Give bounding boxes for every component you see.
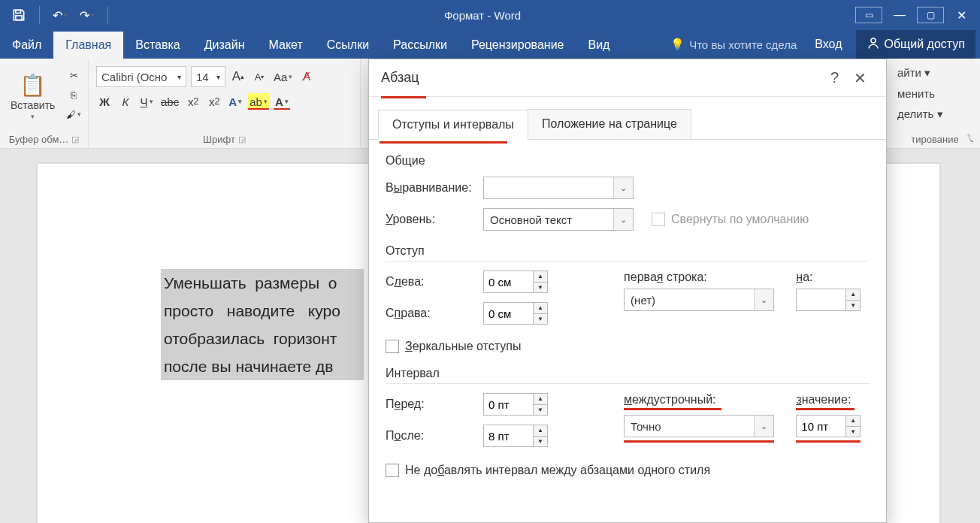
tab-file[interactable]: Файл xyxy=(0,32,53,59)
tab-review[interactable]: Рецензирование xyxy=(459,32,576,59)
before-label: Перед: xyxy=(386,398,483,411)
section-general: Общие Выравнивание: ⌄ Уровень: Основной … xyxy=(386,154,870,231)
paragraph-dialog: Абзац ? ✕ Отступы и интервалы Положение … xyxy=(368,59,887,523)
cut-icon[interactable]: ✂ xyxy=(65,68,82,83)
underline-button[interactable]: Ч xyxy=(138,93,155,110)
subscript-button[interactable]: x2 xyxy=(185,93,201,110)
line-spacing-label: междустрочный: xyxy=(624,393,778,407)
shrink-font-icon[interactable]: A▾ xyxy=(251,68,268,85)
bold-button[interactable]: Ж xyxy=(96,93,113,110)
ribbon-tabs: Файл Главная Вставка Дизайн Макет Ссылки… xyxy=(0,30,980,59)
save-icon[interactable] xyxy=(11,7,27,23)
dont-add-checkbox[interactable] xyxy=(386,464,399,477)
svg-rect-0 xyxy=(16,10,21,13)
group-clipboard: 📋 Вставить ▾ ✂ ⎘ 🖌 Буфер обм…◲ xyxy=(0,59,89,148)
collapse-label: Свернуты по умолчанию xyxy=(671,213,809,226)
first-line-combo[interactable]: (нет)⌄ xyxy=(624,289,774,311)
share-label: Общий доступ xyxy=(885,38,966,51)
dialog-titlebar: Абзац ? ✕ xyxy=(369,59,886,97)
indent-right-spin[interactable]: ▲▼ xyxy=(483,302,548,325)
dialog-tab-indents[interactable]: Отступы и интервалы xyxy=(378,110,528,140)
grow-font-icon[interactable]: A▴ xyxy=(230,68,247,85)
font-launcher-icon[interactable]: ◲ xyxy=(238,135,246,144)
section-spacing-title: Интервал xyxy=(386,367,870,384)
after-spin[interactable]: ▲▼ xyxy=(483,425,548,447)
indent-left-spin[interactable]: ▲▼ xyxy=(483,271,548,293)
before-spin[interactable]: ▲▼ xyxy=(483,393,548,416)
dialog-title: Абзац xyxy=(381,70,419,86)
section-general-title: Общие xyxy=(386,154,870,168)
sign-in[interactable]: Вход xyxy=(806,38,851,51)
first-line-label: первая строка: xyxy=(624,271,778,284)
mirror-label: Зеркальные отступы xyxy=(405,340,521,353)
dialog-tabs: Отступы и интервалы Положение на страниц… xyxy=(369,109,886,140)
section-indent-title: Отступ xyxy=(386,244,870,262)
by-label: на: xyxy=(796,271,870,284)
at-spin[interactable]: ▲▼ xyxy=(796,415,870,437)
format-painter-icon[interactable]: 🖌 xyxy=(65,107,82,122)
text-effects-icon[interactable]: A xyxy=(227,93,243,110)
selected-text[interactable]: Уменьшать размеры о просто наводите куро… xyxy=(161,269,364,380)
highlight-icon[interactable]: ab xyxy=(248,93,269,110)
help-icon[interactable]: ? xyxy=(823,69,846,86)
svg-point-2 xyxy=(871,38,876,43)
superscript-button[interactable]: x2 xyxy=(206,93,222,110)
indent-left-label: Слева: xyxy=(386,275,483,289)
tab-design[interactable]: Дизайн xyxy=(192,32,257,59)
level-combo[interactable]: Основной текст⌄ xyxy=(483,208,634,231)
tab-layout[interactable]: Макет xyxy=(257,32,315,59)
paste-label: Вставить xyxy=(11,99,55,111)
change-case-icon[interactable]: Aa xyxy=(272,68,294,85)
tab-home[interactable]: Главная xyxy=(53,32,123,59)
window-title: Формат - Word xyxy=(120,9,845,22)
annotation-underline-3 xyxy=(624,408,721,410)
annotation-underline-5 xyxy=(796,408,854,410)
replace-partial[interactable]: менить xyxy=(897,87,972,100)
maximize-icon[interactable]: ▢ xyxy=(917,7,944,23)
by-spin[interactable]: ▲▼ xyxy=(796,289,870,311)
mirror-checkbox[interactable] xyxy=(386,340,399,353)
clipboard-launcher-icon[interactable]: ◲ xyxy=(71,135,79,144)
window-controls: ▭ ― ▢ ✕ xyxy=(845,7,980,23)
font-color-icon[interactable]: A xyxy=(274,93,290,110)
font-name-combo[interactable]: Calibri (Осно▾ xyxy=(96,66,186,87)
ribbon-display-icon[interactable]: ▭ xyxy=(855,7,882,23)
indent-right-label: Справа: xyxy=(386,307,483,320)
clipboard-icon: 📋 xyxy=(20,72,46,98)
font-size-combo[interactable]: 14▾ xyxy=(191,66,225,87)
line-spacing-combo[interactable]: Точно⌄ xyxy=(624,415,774,437)
clear-format-icon[interactable]: A̸ xyxy=(298,68,315,85)
annotation-underline-4 xyxy=(624,440,774,443)
dialog-tab-position[interactable]: Положение на странице xyxy=(528,109,691,139)
tab-view[interactable]: Вид xyxy=(576,32,622,59)
collapse-ribbon-icon[interactable]: ㄟ xyxy=(965,132,975,145)
dialog-body: Общие Выравнивание: ⌄ Уровень: Основной … xyxy=(369,144,886,501)
share-button[interactable]: Общий доступ xyxy=(856,30,976,59)
quick-access-toolbar: ↶ ↷ xyxy=(0,6,120,24)
minimize-icon[interactable]: ― xyxy=(891,7,908,23)
annotation-underline xyxy=(381,96,426,98)
redo-icon[interactable]: ↷ xyxy=(79,7,95,23)
copy-icon[interactable]: ⎘ xyxy=(65,87,82,102)
find-partial[interactable]: айти ▾ xyxy=(897,66,972,80)
strike-button[interactable]: abc xyxy=(159,93,180,110)
tell-me[interactable]: 💡 Что вы хотите сдела xyxy=(666,38,801,51)
italic-button[interactable]: К xyxy=(117,93,134,110)
alignment-combo[interactable]: ⌄ xyxy=(483,177,634,199)
tab-insert[interactable]: Вставка xyxy=(123,32,192,59)
editing-group-label: тирование xyxy=(897,134,972,145)
level-label: Уровень: xyxy=(386,213,483,226)
dialog-close-icon[interactable]: ✕ xyxy=(846,69,874,87)
tab-references[interactable]: Ссылки xyxy=(315,32,381,59)
tab-mailings[interactable]: Рассылки xyxy=(381,32,459,59)
undo-icon[interactable]: ↶ xyxy=(52,7,68,23)
close-icon[interactable]: ✕ xyxy=(953,7,969,23)
titlebar: ↶ ↷ Формат - Word ▭ ― ▢ ✕ xyxy=(0,0,980,30)
after-label: После: xyxy=(386,429,483,443)
alignment-label: Выравнивание: xyxy=(386,181,483,195)
paste-button[interactable]: 📋 Вставить ▾ xyxy=(8,69,58,120)
select-partial[interactable]: делить ▾ xyxy=(897,107,972,121)
group-font: Calibri (Осно▾ 14▾ A▴ A▾ Aa A̸ Ж К Ч abc… xyxy=(89,59,361,148)
annotation-underline-6 xyxy=(796,440,861,443)
section-indent: Отступ Слева: ▲▼ Справа: ▲▼ первая строк… xyxy=(386,244,870,353)
